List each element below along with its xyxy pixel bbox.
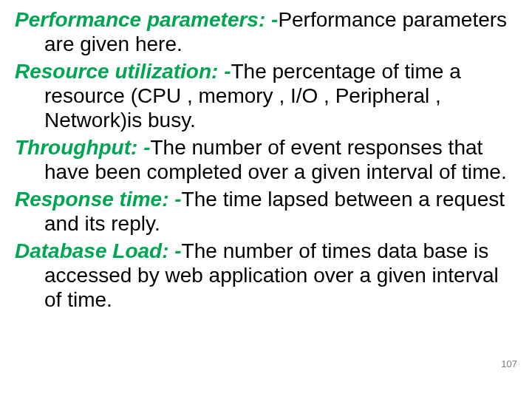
definition-item: Throughput: -The number of event respons… bbox=[15, 135, 517, 184]
content-block: Performance parameters: -Performance par… bbox=[15, 7, 517, 312]
definition-item: Database Load: -The number of times data… bbox=[15, 239, 517, 312]
term-label: Throughput: - bbox=[15, 136, 150, 159]
definition-item: Performance parameters: -Performance par… bbox=[15, 7, 517, 56]
term-label: Database Load: - bbox=[15, 239, 182, 262]
term-label: Resource utilization: - bbox=[15, 60, 231, 83]
term-label: Response time: - bbox=[15, 188, 182, 211]
slide: Performance parameters: -Performance par… bbox=[0, 0, 532, 399]
definition-item: Response time: -The time lapsed between … bbox=[15, 187, 517, 236]
definition-item: Resource utilization: -The percentage of… bbox=[15, 59, 517, 132]
page-number: 107 bbox=[501, 358, 517, 369]
term-label: Performance parameters: - bbox=[15, 8, 278, 31]
